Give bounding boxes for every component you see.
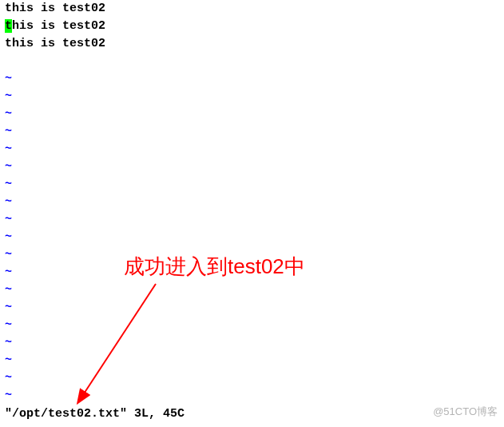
tilde-line: ~ (5, 88, 500, 106)
watermark: @51CTO博客 (433, 405, 498, 419)
tilde-line: ~ (5, 194, 500, 211)
tilde-line: ~ (5, 229, 500, 246)
line-content-rest: his is test02 (12, 19, 105, 33)
tilde-line: ~ (5, 123, 500, 141)
line-content: this is test02 (5, 2, 105, 15)
text-line: this is test02 (5, 35, 500, 53)
cursor: t (5, 19, 12, 33)
tilde-line: ~ (5, 387, 500, 405)
text-line: this is test02 (5, 18, 500, 35)
tilde-line: ~ (5, 141, 500, 158)
tilde-line: ~ (5, 106, 500, 123)
tilde-line: ~ (5, 176, 500, 194)
status-line: "/opt/test02.txt" 3L, 45C (5, 407, 185, 421)
tilde-line: ~ (5, 158, 500, 176)
tilde-line: ~ (5, 281, 500, 299)
tilde-line: ~ (5, 299, 500, 317)
tilde-line: ~ (5, 334, 500, 352)
text-line: this is test02 (5, 0, 500, 18)
tilde-line: ~ (5, 317, 500, 334)
annotation-text: 成功进入到test02中 (124, 253, 305, 281)
tilde-line: ~ (5, 352, 500, 369)
tilde-line: ~ (5, 369, 500, 387)
line-content: this is test02 (5, 37, 105, 50)
empty-line (5, 53, 500, 70)
tilde-line: ~ (5, 70, 500, 88)
tilde-line: ~ (5, 211, 500, 229)
editor-buffer: this is test02 this is test02 this is te… (5, 0, 500, 405)
